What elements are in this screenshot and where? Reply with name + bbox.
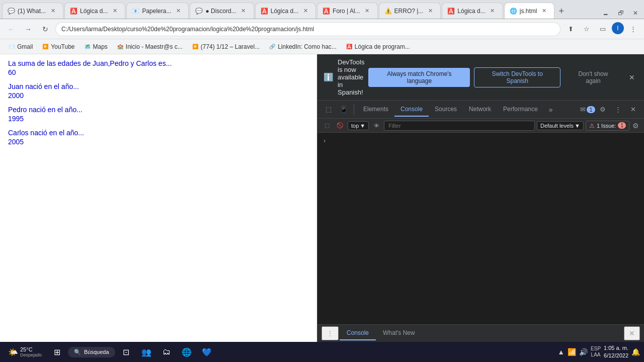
profile-button[interactable]: I	[612, 22, 624, 34]
bottom-tab-console-bottom[interactable]: Console	[340, 326, 376, 340]
context-label: top	[351, 123, 359, 129]
tab-foro[interactable]: 🅰️ Foro | Al... ✕	[317, 3, 377, 19]
clock[interactable]: 1:05 a. m. 6/12/2022	[604, 344, 628, 360]
devtools-toolbar: ⬚ 📱 ElementsConsoleSourcesNetworkPerform…	[317, 101, 644, 119]
taskbar: 🌤️ 25°C Despejado ⊞ 🔍 Búsqueda ⊡ 👥 🗂 🌐 💙…	[0, 342, 644, 362]
bm-linkedin-label: LinkedIn: Como hac...	[278, 43, 337, 50]
bm-maps[interactable]: 🗺️ Maps	[80, 42, 112, 51]
context-selector[interactable]: top ▼	[348, 121, 369, 130]
tab-papelera-close[interactable]: ✕	[174, 7, 182, 15]
minimize-button[interactable]: 🗕	[599, 8, 613, 19]
clear-console-button[interactable]: 🚫	[335, 120, 346, 131]
tab-logica2[interactable]: 🅰️ Lógica d... ✕	[255, 3, 316, 19]
devtools-tab-sources[interactable]: Sources	[429, 103, 463, 117]
inspect-element-button[interactable]: ⬚	[321, 103, 336, 117]
device-toggle-button[interactable]: 📱	[337, 103, 351, 117]
address-bar: ← → ↻ ⬆ ☆ ▭ I ⋮	[0, 19, 644, 39]
taskbar-vscode-button[interactable]: 💙	[198, 343, 216, 361]
tab-error[interactable]: ⚠️ ERRO? |... ✕	[379, 3, 441, 19]
language-indicator[interactable]: ESP LAA	[591, 346, 601, 358]
tab-logica1-close[interactable]: ✕	[111, 7, 119, 15]
bm-laravel-label: (774) 1/12 – Laravel...	[201, 43, 260, 50]
reload-button[interactable]: ↻	[38, 22, 52, 36]
close-bottom-panel-button[interactable]: ✕	[624, 326, 640, 340]
url-input[interactable]	[55, 22, 560, 36]
tab-jshtml-close[interactable]: ✕	[540, 7, 548, 15]
bottom-tab-whats-new[interactable]: What's New	[376, 326, 422, 340]
tab-logica2-close[interactable]: ✕	[301, 7, 309, 15]
message-count-button[interactable]: ✉ 1	[581, 103, 595, 117]
restore-button[interactable]: 🗗	[614, 8, 628, 19]
toolbar-separator	[354, 105, 354, 115]
match-language-button[interactable]: Always match Chrome's language	[368, 68, 470, 87]
taskbar-teams-button[interactable]: 👥	[137, 343, 155, 361]
weather-icon: 🌤️	[8, 347, 18, 357]
bm-laravel[interactable]: ▶️ (774) 1/12 – Laravel...	[188, 42, 264, 51]
tab-whatsapp-close[interactable]: ✕	[49, 7, 57, 15]
taskbar-app2-button[interactable]: 🗂	[157, 343, 176, 361]
console-settings-button[interactable]: ⚙	[631, 121, 640, 131]
close-devtools-button[interactable]: ✕	[626, 103, 640, 117]
tab-whatsapp[interactable]: 💬 (1) What... ✕	[2, 3, 63, 19]
tray-arrow-icon[interactable]: ▲	[557, 348, 565, 356]
menu-button[interactable]: ⋮	[626, 22, 640, 36]
bm-maps-label: Maps	[93, 43, 108, 50]
tab-whatsapp-title: (1) What...	[18, 8, 46, 15]
devtools-tab-elements[interactable]: Elements	[357, 103, 394, 117]
tab-discord-favicon: 💬	[195, 8, 202, 15]
wifi-icon[interactable]: 📶	[568, 348, 576, 356]
share-button[interactable]: ⬆	[564, 22, 578, 36]
bm-youtube[interactable]: ▶️ YouTube	[38, 42, 78, 51]
switch-devtools-button[interactable]: Switch DevTools to Spanish	[474, 67, 560, 87]
notification-center-icon[interactable]: 🔔	[631, 348, 640, 356]
default-levels-selector[interactable]: Default levels ▼	[537, 121, 584, 130]
tab-logica3-close[interactable]: ✕	[489, 7, 497, 15]
console-output[interactable]: ›	[317, 133, 644, 324]
eye-button[interactable]: 👁	[371, 120, 382, 131]
tab-discord[interactable]: 💬 ● Discord... ✕	[190, 3, 254, 19]
devtools-tab-console[interactable]: Console	[394, 103, 429, 117]
tab-jshtml-favicon: 🌐	[510, 8, 517, 15]
tab-logica3[interactable]: 🅰️ Lógica d... ✕	[442, 3, 503, 19]
close-browser-button[interactable]: ✕	[629, 8, 642, 19]
console-expand-button[interactable]: ⬚	[321, 120, 333, 131]
tab-papelera[interactable]: 📧 Papelera... ✕	[126, 3, 189, 19]
bookmark-button[interactable]: ☆	[580, 22, 594, 36]
levels-dropdown-icon: ▼	[575, 123, 580, 129]
devtools-tab-network[interactable]: Network	[463, 103, 497, 117]
issue-badge[interactable]: ⚠ 1 Issue: 1	[586, 121, 629, 131]
forward-button[interactable]: →	[21, 22, 35, 36]
tab-logica1[interactable]: 🅰️ Lógica d... ✕	[64, 3, 125, 19]
search-widget[interactable]: 🔍 Búsqueda	[68, 347, 115, 357]
tab-jshtml[interactable]: 🌐 js.html ✕	[504, 3, 555, 19]
bm-logica[interactable]: 🅰️ Lógica de program...	[342, 42, 414, 51]
filter-input[interactable]	[384, 121, 535, 131]
page-line-7: 2005	[8, 138, 309, 146]
bm-linkedin-favicon: 🔗	[269, 43, 276, 50]
task-view-button[interactable]: ⊡	[117, 343, 135, 361]
volume-icon[interactable]: 🔊	[579, 348, 588, 356]
settings-button[interactable]: ⚙	[596, 103, 610, 117]
page-content: La suma de las edades de Juan,Pedro y Ca…	[0, 54, 317, 342]
more-options-button[interactable]: ⋮	[611, 103, 625, 117]
tab-error-title: ERRO? |...	[394, 8, 424, 15]
new-tab-button[interactable]: +	[554, 4, 568, 19]
tab-foro-close[interactable]: ✕	[363, 7, 371, 15]
taskbar-chrome-button[interactable]: 🌐	[178, 343, 196, 361]
more-tabs-button[interactable]: »	[545, 103, 557, 117]
devtools-tab-performance[interactable]: Performance	[497, 103, 544, 117]
bm-linkedin[interactable]: 🔗 LinkedIn: Como hac...	[265, 42, 341, 51]
tab-logica3-favicon: 🅰️	[447, 8, 454, 15]
bottom-menu-button[interactable]: ⋮	[321, 326, 339, 340]
weather-widget[interactable]: 🌤️ 25°C Despejado	[4, 344, 46, 359]
tab-error-close[interactable]: ✕	[426, 7, 434, 15]
tab-search-button[interactable]: ▭	[596, 22, 610, 36]
back-button[interactable]: ←	[4, 22, 18, 36]
bm-gmail[interactable]: ✉️ Gmail	[4, 42, 37, 51]
console-prompt[interactable]: ›	[317, 135, 644, 146]
start-button[interactable]: ⊞	[48, 343, 66, 361]
dismiss-notification-button[interactable]: Don't show again	[565, 68, 622, 87]
tab-discord-close[interactable]: ✕	[239, 7, 248, 15]
bm-inicio[interactable]: 🏫 Inicio - Maestr@s c...	[113, 42, 187, 51]
close-notification-button[interactable]: ✕	[626, 72, 638, 82]
